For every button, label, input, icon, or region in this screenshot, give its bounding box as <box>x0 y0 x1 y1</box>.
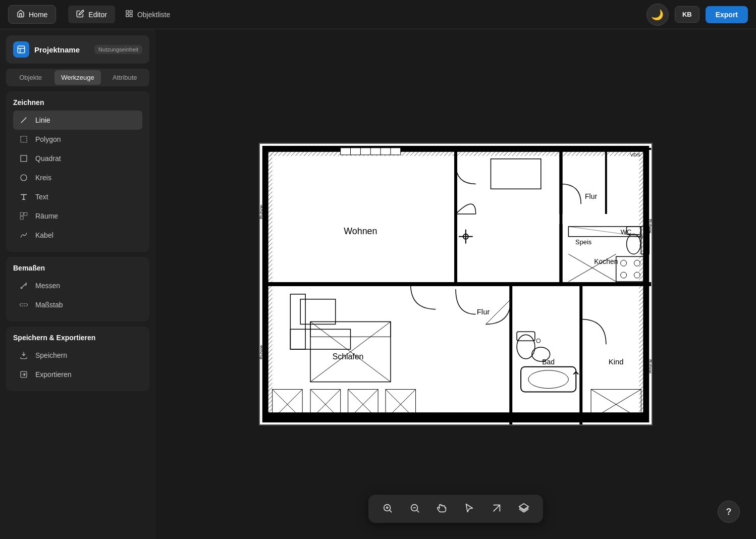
speichern-icon <box>18 350 29 361</box>
kb-button[interactable]: KB <box>675 6 699 23</box>
tool-exportieren[interactable]: Exportieren <box>13 365 142 384</box>
tool-quadrat[interactable]: Quadrat <box>13 149 142 168</box>
layers-icon <box>518 503 529 515</box>
massstab-icon <box>18 299 29 310</box>
text-icon <box>18 191 29 202</box>
editor-icon <box>76 10 84 19</box>
tool-linie[interactable]: Linie <box>13 111 142 130</box>
tab-werkzeuge[interactable]: Werkzeuge <box>55 70 100 85</box>
svg-rect-28 <box>265 149 273 419</box>
tool-text-label: Text <box>35 193 48 201</box>
polygon-icon <box>18 134 29 145</box>
svg-rect-6 <box>21 136 27 142</box>
floorplan: Wohnen Flur Speis WC Kochen Schlafen Flu… <box>259 143 653 425</box>
tool-kreis-label: Kreis <box>35 174 51 182</box>
project-card: Projektname Nutzungseinheit <box>6 35 149 64</box>
svg-text:Ruhige: Ruhige <box>647 219 652 233</box>
export-label: Export <box>716 11 738 19</box>
tool-massstab-label: Maßstab <box>35 301 63 309</box>
kreis-icon <box>18 172 29 183</box>
tool-massstab[interactable]: Maßstab <box>13 295 142 314</box>
objektliste-icon <box>125 10 133 19</box>
cursor-icon <box>464 503 475 515</box>
sidebar: Projektname Nutzungseinheit Objekte Werk… <box>0 29 155 539</box>
svg-rect-3 <box>126 14 129 17</box>
tool-text[interactable]: Text <box>13 187 142 206</box>
pan-icon <box>437 503 448 515</box>
zoom-in-button[interactable] <box>379 500 397 518</box>
canvas-area[interactable]: Wohnen Flur Speis WC Kochen Schlafen Flu… <box>155 29 756 539</box>
home-button[interactable]: Home <box>8 5 56 24</box>
svg-rect-4 <box>18 46 25 53</box>
tab-objektliste[interactable]: Objektliste <box>117 6 178 23</box>
svg-line-106 <box>417 510 419 512</box>
export-button[interactable]: Export <box>706 6 748 23</box>
section-bemassen: Bemaßen Messen Maßstab <box>6 257 149 321</box>
tab-objektliste-label: Objektliste <box>137 11 170 19</box>
section-speichern: Speichern & Exportieren Speichern Export… <box>6 327 149 391</box>
tab-attribute[interactable]: Attribute <box>102 70 148 85</box>
home-icon <box>17 10 25 19</box>
help-label: ? <box>726 507 732 517</box>
section-bemassen-title: Bemaßen <box>13 264 142 272</box>
tool-speichern[interactable]: Speichern <box>13 346 142 365</box>
svg-rect-0 <box>126 11 129 13</box>
main-area: Projektname Nutzungseinheit Objekte Werk… <box>0 29 756 539</box>
svg-text:Ruhige: Ruhige <box>647 359 652 373</box>
messen-icon <box>18 280 29 291</box>
top-bar-right: 🌙 KB Export <box>646 4 748 26</box>
svg-line-103 <box>390 510 392 512</box>
tool-polygon[interactable]: Polygon <box>13 130 142 149</box>
tool-exportieren-label: Exportieren <box>35 370 72 379</box>
tool-messen-label: Messen <box>35 282 60 290</box>
top-bar-tabs: Editor Objektliste <box>64 6 638 23</box>
svg-rect-10 <box>24 212 27 215</box>
svg-text:Wohnen: Wohnen <box>344 226 377 236</box>
tab-editor[interactable]: Editor <box>68 6 115 23</box>
tool-messen[interactable]: Messen <box>13 276 142 295</box>
svg-rect-85 <box>265 412 646 419</box>
tool-speichern-label: Speichern <box>35 351 67 359</box>
home-label: Home <box>29 11 47 19</box>
arrow-icon <box>491 503 502 515</box>
section-zeichnen-title: Zeichnen <box>13 98 142 106</box>
svg-text:VDS: VDS <box>630 152 641 157</box>
project-name: Projektname <box>34 45 89 54</box>
tool-quadrat-label: Quadrat <box>35 154 61 163</box>
tool-linie-label: Linie <box>35 116 50 124</box>
bottom-toolbar <box>368 495 543 523</box>
tool-kabel-label: Kabel <box>35 231 53 239</box>
svg-text:Ruhige: Ruhige <box>260 205 264 219</box>
kb-label: KB <box>682 11 692 18</box>
svg-text:Ruhige: Ruhige <box>260 345 264 359</box>
tool-kreis[interactable]: Kreis <box>13 168 142 187</box>
tool-raeume[interactable]: Räume <box>13 206 142 226</box>
tool-raeume-label: Räume <box>35 212 58 220</box>
help-button[interactable]: ? <box>718 501 740 523</box>
tab-editor-label: Editor <box>88 11 107 19</box>
cursor-button[interactable] <box>460 500 478 518</box>
zoom-in-icon <box>382 503 393 515</box>
svg-text:Speis: Speis <box>575 238 591 246</box>
arrow-button[interactable] <box>488 500 506 518</box>
svg-rect-2 <box>130 14 132 17</box>
svg-text:Flur: Flur <box>585 192 597 200</box>
pan-button[interactable] <box>433 500 451 518</box>
tool-kabel[interactable]: Kabel <box>13 226 142 245</box>
svg-text:Kind: Kind <box>609 358 624 366</box>
tool-polygon-label: Polygon <box>35 135 61 143</box>
tab-objekte[interactable]: Objekte <box>8 70 53 85</box>
svg-text:Bad: Bad <box>542 358 555 366</box>
sidebar-tab-bar: Objekte Werkzeuge Attribute <box>6 69 149 86</box>
project-icon <box>13 41 29 58</box>
quadrat-icon <box>18 153 29 164</box>
zoom-out-icon <box>409 503 420 515</box>
layers-button[interactable] <box>515 500 533 518</box>
theme-toggle-button[interactable]: 🌙 <box>646 4 669 26</box>
zoom-out-button[interactable] <box>406 500 424 518</box>
svg-rect-7 <box>21 155 27 161</box>
svg-rect-12 <box>20 304 28 306</box>
line-icon <box>18 115 29 126</box>
svg-line-5 <box>21 118 27 123</box>
svg-rect-29 <box>639 149 646 419</box>
